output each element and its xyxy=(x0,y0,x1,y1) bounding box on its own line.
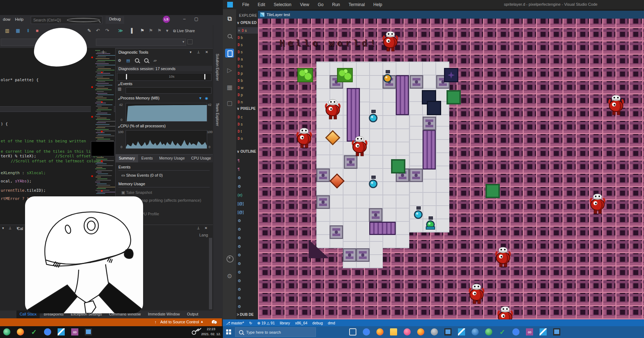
breakpoint-dot[interactable] xyxy=(91,86,93,88)
open-editor-item[interactable]: Db xyxy=(238,77,243,84)
toolbar-icon[interactable]: ≫ xyxy=(118,28,123,33)
taskbar-app-firefox-icon[interactable] xyxy=(16,328,24,336)
outline-symbol-item[interactable]: [@] xyxy=(238,200,244,207)
zoom-in-icon[interactable] xyxy=(135,58,139,63)
source-control-bar[interactable]: ↑ Add to Source Control ▲ xyxy=(0,318,222,326)
breakpoint-dot[interactable] xyxy=(91,57,93,58)
editor-minimap[interactable] xyxy=(91,50,114,200)
open-editor-item[interactable]: Da xyxy=(238,56,243,62)
key-icon[interactable] xyxy=(191,330,197,336)
taskbar-app-check-icon[interactable]: ✓ xyxy=(30,328,38,336)
show-events-link[interactable]: ▭ Show Events (0 of 0) xyxy=(121,173,163,178)
taskbar-app-vscode-icon[interactable] xyxy=(57,328,65,336)
heap-profiling-label[interactable]: eap profiling (affects performance) xyxy=(141,198,201,202)
timeline-end-cursor[interactable] xyxy=(204,74,205,79)
tab-team-explorer[interactable]: Team Explorer xyxy=(215,103,219,126)
open-editor-item[interactable]: Ds xyxy=(238,41,243,48)
outline-symbol-item[interactable]: ⚙ xyxy=(238,243,241,250)
open-editor-item[interactable]: Db xyxy=(238,34,243,41)
outline-symbol-item[interactable]: ⚙ xyxy=(238,175,241,181)
toolbar-icon[interactable]: ■ xyxy=(36,28,39,33)
search-icon[interactable] xyxy=(225,31,234,40)
open-editor-item[interactable]: Dp xyxy=(238,70,243,77)
system-clock[interactable]: 22:23 2021. 02. 12. xyxy=(199,327,223,338)
toolbar-icon[interactable]: ‖ xyxy=(27,28,29,33)
taskbar-app-window-icon[interactable] xyxy=(444,328,452,336)
diagnostic-tab-summary[interactable]: Summary xyxy=(116,155,138,162)
restore-button[interactable]: ▢ xyxy=(194,16,198,21)
breakpoint-dot[interactable] xyxy=(91,116,93,118)
outline-symbol-item[interactable]: ⚙ xyxy=(238,278,241,284)
timeline-cursor[interactable] xyxy=(126,74,127,79)
gc-icon[interactable]: ◉ xyxy=(205,96,208,100)
vs-menu-window[interactable]: dow xyxy=(3,17,10,21)
project-file-item[interactable]: Do xyxy=(238,135,243,142)
tab-solution-explorer[interactable]: Solution Explorer xyxy=(215,54,219,81)
vscode-menu-edit[interactable]: Edit xyxy=(253,2,269,7)
panel-tab-immediate-window[interactable]: Immediate Window xyxy=(145,310,183,318)
outline-symbol-item[interactable]: ⚙ xyxy=(238,260,241,267)
outline-symbol-item[interactable]: ¶ xyxy=(238,166,240,172)
vscode-menu-help[interactable]: Help xyxy=(369,2,387,7)
status-arch[interactable]: x86_64 xyxy=(295,321,307,325)
toolbar-icon[interactable]: ⚑ xyxy=(149,28,153,33)
outline-symbol-item[interactable]: ⚙ xyxy=(238,269,241,275)
scrollbar[interactable] xyxy=(209,238,212,309)
project-section-header[interactable]: ∨ PIXELPE xyxy=(237,107,255,111)
taskbar-app-chrome-icon[interactable] xyxy=(44,328,52,336)
taskbar-app-check-icon[interactable]: ✓ xyxy=(498,328,506,336)
git-branch-item[interactable]: ⎇ master* xyxy=(226,321,244,325)
outline-symbol-item[interactable]: ⚙ xyxy=(238,217,241,224)
open-editor-item[interactable]: Dn xyxy=(238,63,243,69)
source-control-icon[interactable] xyxy=(225,49,234,58)
diagnostic-tab-events[interactable]: Events xyxy=(138,155,156,162)
vs-search-box[interactable]: Search (Ctrl+Q) xyxy=(31,16,102,24)
toolbar-icon[interactable]: ▦ xyxy=(16,28,20,33)
open-editor-item[interactable]: Ds xyxy=(238,49,243,55)
vs-menu-help[interactable]: Help xyxy=(15,17,24,21)
taskbar-app-edge-icon[interactable] xyxy=(3,328,11,336)
open-editors-header[interactable]: ∨ OPEN ED xyxy=(237,21,257,25)
account-icon[interactable] xyxy=(226,255,234,263)
outline-symbol-item[interactable]: [@] xyxy=(238,209,244,215)
taskbar-app-chrome-icon[interactable] xyxy=(512,328,520,336)
diagnostic-tab-memory-usage[interactable]: Memory Usage xyxy=(156,155,188,162)
toolbar-icon[interactable]: ↷ xyxy=(105,28,109,33)
take-snapshot-button[interactable]: ▣ Take Snapshot xyxy=(121,190,152,195)
vs-target-dropdown[interactable] xyxy=(96,39,186,46)
outline-symbol-item[interactable]: ⚙ xyxy=(238,226,241,232)
taskbar-app-firefox-icon[interactable] xyxy=(417,328,425,336)
taskbar-app-folder-icon[interactable] xyxy=(390,328,397,336)
open-editor-item[interactable]: Dn xyxy=(238,99,243,105)
toolbar-icon[interactable]: ⚑ xyxy=(140,28,145,33)
taskbar-app-chrome-icon[interactable] xyxy=(362,328,370,336)
timeline-ruler[interactable]: 10s xyxy=(117,73,211,81)
vscode-menu-selection[interactable]: Selection xyxy=(269,2,296,7)
status-compiler[interactable]: dmd xyxy=(328,321,335,325)
status-library[interactable]: library xyxy=(280,321,290,325)
outline-symbol-item[interactable]: ⚙ xyxy=(238,235,241,241)
open-editor-item[interactable]: Dw xyxy=(238,84,243,91)
vscode-menu-run[interactable]: Run xyxy=(328,2,344,7)
diagnostic-tab-cpu-usage[interactable]: CPU Usage xyxy=(188,155,214,162)
minimap-viewport[interactable] xyxy=(91,141,114,156)
live-share-button[interactable]: ⧉ Live Share xyxy=(173,29,195,33)
taskbar-app-vscode-icon[interactable] xyxy=(539,328,547,336)
taskbar-app-firefox-icon[interactable] xyxy=(376,328,384,336)
game-window-titlebar[interactable]: TileLayer test xyxy=(258,11,644,19)
vscode-menu-go[interactable]: Go xyxy=(313,2,328,7)
notification-bell-icon[interactable] xyxy=(212,320,216,323)
toolbar-icon[interactable]: ✎ xyxy=(87,28,91,33)
problems-item[interactable]: ⊗ 19 △ 91 xyxy=(257,321,275,325)
taskbar-app-pink-icon[interactable] xyxy=(403,328,411,336)
outline-symbol-item[interactable]: ⚙ xyxy=(238,295,241,301)
taskbar-app-vs-icon[interactable]: ∞ xyxy=(71,328,79,336)
toolbar-icon[interactable]: ↶ xyxy=(96,28,100,33)
dub-section-header[interactable]: > DUB DE xyxy=(237,313,254,317)
report-icon[interactable]: ▱ xyxy=(153,58,156,63)
taskbar-search-box[interactable]: Type here to search xyxy=(235,327,316,337)
vscode-menu-file[interactable]: File xyxy=(238,2,253,7)
extensions-icon[interactable]: ▦ xyxy=(225,83,234,92)
memory-section-label[interactable]: Process Memory (MB) xyxy=(118,96,160,100)
panel-header-icons[interactable]: ▾ ⊥ ✕ xyxy=(190,50,210,54)
